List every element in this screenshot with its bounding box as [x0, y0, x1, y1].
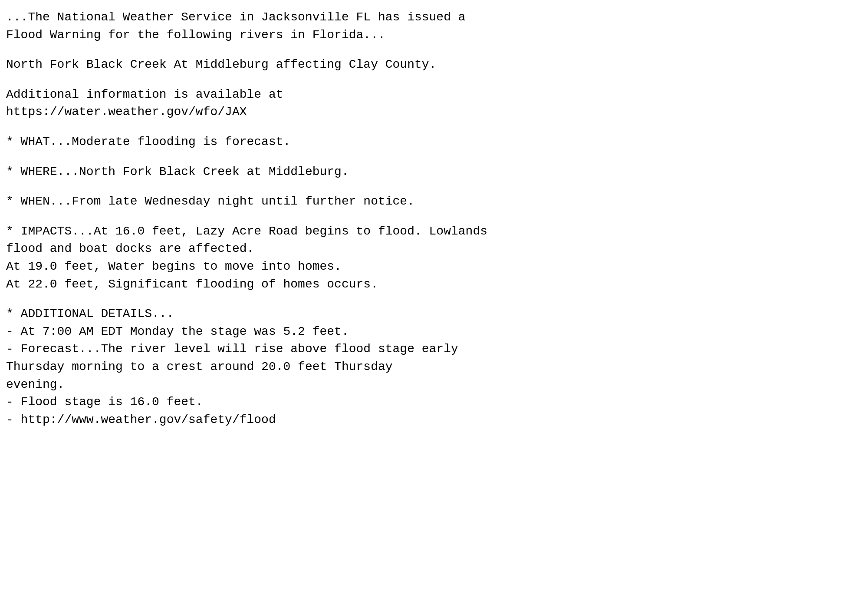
additional-line-1: Additional information is available at	[6, 86, 857, 104]
additional-details-line-6: - Flood stage is 16.0 feet.	[6, 393, 857, 411]
additional-details-line-2: - At 7:00 AM EDT Monday the stage was 5.…	[6, 323, 857, 341]
additional-line-2[interactable]: https://water.weather.gov/wfo/JAX	[6, 103, 857, 121]
where-line: * WHERE...North Fork Black Creek at Midd…	[6, 163, 857, 181]
additional-details-line-7[interactable]: - http://www.weather.gov/safety/flood	[6, 411, 857, 429]
when-line: * WHEN...From late Wednesday night until…	[6, 193, 857, 211]
where-paragraph: * WHERE...North Fork Black Creek at Midd…	[6, 163, 857, 181]
impacts-paragraph: * IMPACTS...At 16.0 feet, Lazy Acre Road…	[6, 223, 857, 293]
additional-details-line-5: evening.	[6, 376, 857, 394]
main-content: ...The National Weather Service in Jacks…	[6, 9, 857, 429]
additional-details-line-1: * ADDITIONAL DETAILS...	[6, 305, 857, 323]
impacts-line-3: At 19.0 feet, Water begins to move into …	[6, 258, 857, 276]
additional-info-paragraph: Additional information is available at h…	[6, 86, 857, 121]
additional-details-line-3: - Forecast...The river level will rise a…	[6, 340, 857, 358]
what-paragraph: * WHAT...Moderate flooding is forecast.	[6, 133, 857, 151]
intro-line-1: ...The National Weather Service in Jacks…	[6, 9, 857, 26]
impacts-line-1: * IMPACTS...At 16.0 feet, Lazy Acre Road…	[6, 223, 857, 241]
impacts-line-4: At 22.0 feet, Significant flooding of ho…	[6, 276, 857, 294]
additional-details-paragraph: * ADDITIONAL DETAILS... - At 7:00 AM EDT…	[6, 305, 857, 429]
what-line: * WHAT...Moderate flooding is forecast.	[6, 133, 857, 151]
when-paragraph: * WHEN...From late Wednesday night until…	[6, 193, 857, 211]
impacts-line-2: flood and boat docks are affected.	[6, 240, 857, 258]
location-line: North Fork Black Creek At Middleburg aff…	[6, 56, 857, 74]
intro-line-2: Flood Warning for the following rivers i…	[6, 26, 857, 44]
additional-details-line-4: Thursday morning to a crest around 20.0 …	[6, 358, 857, 376]
location-paragraph: North Fork Black Creek At Middleburg aff…	[6, 56, 857, 74]
intro-paragraph: ...The National Weather Service in Jacks…	[6, 9, 857, 44]
